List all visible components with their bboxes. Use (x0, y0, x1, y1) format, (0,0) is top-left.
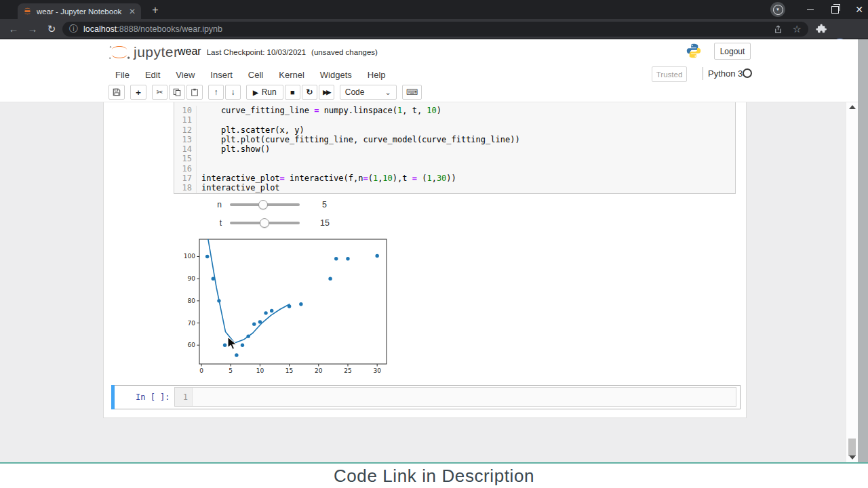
move-cell-up-button[interactable]: ↑ (208, 85, 224, 100)
line-number: 11 (174, 115, 197, 125)
menu-item-help[interactable]: Help (368, 70, 386, 80)
cell-prompt: In [ ]: (136, 392, 170, 402)
command-palette-button[interactable]: ⌨ (402, 85, 422, 100)
address-bar[interactable]: ⓘ localhost:8888/notebooks/wear.ipynb ☆ (62, 22, 808, 37)
stop-kernel-button[interactable]: ■ (285, 85, 300, 100)
code-line: 15 (174, 154, 735, 163)
svg-text:5: 5 (229, 367, 233, 374)
code-line: 17interactive_plot= interactive(f,n=(1,1… (174, 174, 735, 183)
cell-type-select[interactable]: Code ⌄ (340, 85, 397, 100)
window-minimize-button[interactable] (799, 0, 822, 19)
move-cell-down-button[interactable]: ↓ (225, 85, 241, 100)
window-scrollbar[interactable] (858, 39, 868, 462)
svg-text:100: 100 (184, 253, 195, 260)
trusted-badge[interactable]: Trusted (652, 66, 687, 82)
scroll-up-icon[interactable] (849, 105, 856, 109)
paste-cell-button[interactable] (186, 85, 203, 100)
slider-n-handle[interactable] (258, 200, 268, 209)
code-line: 18interactive_plot (174, 183, 735, 192)
tab-title: wear - Jupyter Notebook (37, 7, 126, 16)
jupyter-logo[interactable]: jupyter (107, 43, 179, 61)
restart-kernel-button[interactable]: ↻ (302, 85, 317, 100)
notebook-toolbar: ＋ ✂ ↑ ↓ ▶ Run ■ ↻ ▶▶ Code ⌄ (108, 84, 423, 100)
extensions-puzzle-icon[interactable] (816, 23, 827, 35)
menu-item-widgets[interactable]: Widgets (320, 70, 352, 80)
line-number: 12 (174, 125, 197, 135)
svg-text:60: 60 (188, 342, 196, 348)
menu-item-edit[interactable]: Edit (145, 70, 160, 80)
scrollbar-thumb[interactable] (848, 439, 856, 456)
browser-toolbar: ← → ↻ ⓘ localhost:8888/notebooks/wear.ip… (0, 19, 868, 39)
browser-tab[interactable]: wear - Jupyter Notebook ✕ (18, 3, 141, 19)
slider-t[interactable] (230, 222, 300, 224)
svg-text:90: 90 (188, 275, 196, 282)
share-icon[interactable] (773, 24, 783, 35)
scissors-icon: ✂ (156, 87, 163, 97)
slider-n[interactable] (230, 203, 300, 206)
slider-t-handle[interactable] (260, 218, 269, 228)
slider-t-value: 15 (320, 218, 330, 228)
svg-text:20: 20 (315, 367, 323, 374)
line-number: 10 (174, 106, 197, 115)
code-line: 14 plt.show() (174, 144, 735, 154)
notebook-title[interactable]: wear (178, 45, 201, 58)
keyboard-icon: ⌨ (406, 87, 418, 97)
run-label: Run (262, 87, 277, 97)
bookmark-star-icon[interactable]: ☆ (793, 23, 802, 35)
paste-icon (191, 88, 199, 96)
svg-text:0: 0 (199, 367, 203, 374)
notebook-menubar: FileEditViewInsertCellKernelWidgetsHelp (115, 66, 386, 83)
cut-cell-button[interactable]: ✂ (152, 85, 167, 100)
notebook-scrollbar[interactable] (846, 102, 858, 462)
save-icon (113, 88, 121, 96)
menu-item-kernel[interactable]: Kernel (279, 70, 304, 80)
window-restore-button[interactable] (823, 0, 846, 19)
line-number: 15 (174, 154, 197, 163)
run-button[interactable]: ▶ Run (246, 85, 283, 100)
reload-icon[interactable]: ↻ (42, 19, 61, 39)
browser-tab-strip: wear - Jupyter Notebook ✕ + ▼ ✕ (0, 0, 868, 19)
menu-item-cell[interactable]: Cell (248, 70, 263, 80)
window-close-button[interactable]: ✕ (848, 0, 868, 19)
back-icon[interactable]: ← (4, 19, 23, 39)
svg-text:80: 80 (188, 298, 196, 304)
code-line: 16 (174, 164, 735, 174)
menu-item-insert[interactable]: Insert (210, 70, 233, 80)
add-cell-button[interactable]: ＋ (130, 85, 146, 100)
media-controls-button[interactable]: ▼ (770, 2, 785, 17)
divider (703, 67, 703, 80)
stop-icon: ■ (290, 88, 295, 96)
site-info-icon[interactable]: ⓘ (69, 23, 78, 35)
copy-cell-button[interactable] (169, 85, 185, 100)
tab-close-icon[interactable]: ✕ (129, 7, 136, 16)
mouse-cursor (226, 336, 240, 352)
scroll-down-icon[interactable] (849, 455, 856, 460)
new-tab-button[interactable]: + (148, 3, 163, 18)
forward-icon[interactable]: → (23, 19, 42, 39)
chevron-down-icon: ▼ (773, 5, 783, 15)
output-plot: 05101520253060708090100 (177, 237, 393, 378)
arrow-down-icon: ↓ (231, 87, 235, 97)
menu-item-file[interactable]: File (115, 70, 130, 80)
jupyter-logo-icon (107, 43, 132, 61)
line-number: 17 (174, 174, 197, 183)
menu-item-view[interactable]: View (176, 70, 195, 80)
unsaved-status: (unsaved changes) (311, 48, 378, 56)
code-line: 11 (174, 115, 735, 125)
restart-run-all-button[interactable]: ▶▶ (319, 85, 334, 100)
code-editor[interactable]: 10 curve_fitting_line = numpy.linspace(1… (174, 102, 736, 194)
footer-banner: Code Link in Description (0, 464, 868, 488)
cell-input[interactable]: 1 (174, 387, 736, 407)
line-number: 14 (174, 144, 197, 154)
selected-cell-indicator (111, 385, 115, 409)
empty-cell[interactable]: In [ ]: 1 (111, 385, 741, 409)
svg-text:70: 70 (188, 320, 196, 327)
kernel-status-icon (743, 68, 752, 78)
svg-text:15: 15 (285, 367, 293, 374)
notebook-container: 10 curve_fitting_line = numpy.linspace(1… (103, 102, 747, 418)
slider-label-n: n (211, 200, 222, 209)
cell-type-value: Code (345, 87, 365, 97)
line-number: 1 (175, 388, 193, 406)
logout-button[interactable]: Logout (714, 43, 751, 60)
save-button[interactable] (108, 85, 125, 100)
